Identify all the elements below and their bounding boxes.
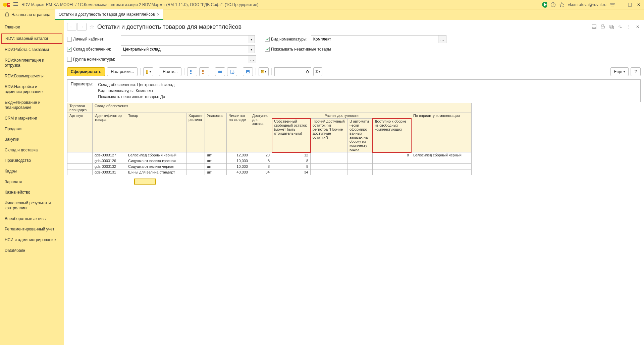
content-header: ← → ☆ Остатки и доступность товаров для …: [64, 20, 644, 33]
history-icon[interactable]: [550, 2, 556, 7]
close-window-icon[interactable]: ✕: [636, 2, 641, 7]
sidebar-item[interactable]: CRM и маркетинг: [0, 113, 64, 124]
table-row[interactable]: gds-0003126 Сидушка от велика красная шт…: [67, 158, 472, 164]
sidebar-item[interactable]: Внеоборотные активы: [0, 214, 64, 224]
settings-lines-icon[interactable]: [610, 2, 615, 7]
col-header: В автомати чески сформиро ванных заказах…: [347, 119, 373, 152]
dropdown-icon[interactable]: ▾: [248, 35, 255, 43]
sidebar-item[interactable]: НСИ и администрирование: [0, 235, 64, 246]
svg-rect-26: [219, 70, 221, 71]
vid-nom-checkbox[interactable]: [265, 37, 270, 42]
report-table[interactable]: Торговая площадка Склад обеспечения Арти…: [67, 103, 472, 175]
more-vert-icon[interactable]: ⋮: [626, 24, 632, 30]
separator: [140, 68, 141, 75]
svg-rect-25: [218, 71, 222, 73]
sidebar-item[interactable]: Склад и доставка: [0, 145, 64, 156]
generate-button[interactable]: Сформировать: [67, 67, 105, 76]
select-more-icon[interactable]: …: [248, 55, 256, 63]
sigma-button[interactable]: Σ▾: [313, 67, 322, 76]
col-header: Артикул: [67, 113, 93, 152]
sidebar-item[interactable]: RDV:Настройки и администрирование: [0, 82, 64, 97]
settings-button[interactable]: Настройки...: [107, 67, 138, 76]
show-inactive-label: Показывать неактивные товары: [271, 47, 331, 52]
email-button[interactable]: ▾: [259, 67, 269, 76]
svg-rect-19: [190, 70, 192, 71]
sidebar-item[interactable]: Бюджетирование и планирование: [0, 97, 64, 113]
selected-cell[interactable]: [134, 179, 156, 185]
sidebar-item[interactable]: DataMobile: [0, 246, 64, 256]
tabs-bar: Начальная страница Остатки и доступность…: [0, 9, 644, 20]
svg-rect-23: [202, 71, 204, 72]
save-button[interactable]: [243, 67, 253, 76]
link-header-icon[interactable]: [617, 24, 623, 30]
print-header-icon[interactable]: [600, 24, 606, 30]
menu-burger-icon[interactable]: [13, 2, 18, 7]
separator: [184, 68, 184, 75]
svg-rect-11: [628, 3, 632, 6]
paste-button[interactable]: ▾: [143, 67, 153, 76]
sidebar-item[interactable]: Главное: [0, 22, 64, 33]
print-button[interactable]: [215, 67, 225, 76]
group-input[interactable]: [121, 55, 248, 63]
sidebar-item[interactable]: RDV:Комплектация и отгрузка: [0, 55, 64, 71]
personal-cabinet-checkbox[interactable]: [67, 37, 72, 42]
svg-rect-24: [202, 73, 204, 74]
sidebar-item[interactable]: RDV:Товарный каталог: [1, 33, 62, 44]
params-values: Склад обеспечения: Центральный склад Вид…: [98, 82, 174, 100]
play-icon[interactable]: [542, 2, 547, 7]
tab-active[interactable]: Остатки и доступность товаров для маркет…: [55, 9, 163, 20]
numeric-input[interactable]: [274, 67, 311, 76]
sidebar-item[interactable]: RDV:Работа с заказами: [0, 45, 64, 55]
sidebar-item[interactable]: Казначейство: [0, 187, 64, 198]
group-label: Группа номенклатуры:: [73, 57, 115, 62]
save-header-icon[interactable]: [591, 24, 597, 30]
more-button[interactable]: Еще ▾: [610, 67, 629, 76]
tab-home[interactable]: Начальная страница: [0, 9, 55, 20]
help-button[interactable]: ?: [631, 67, 641, 76]
svg-rect-13: [593, 27, 595, 28]
content: ← → ☆ Остатки и доступность товаров для …: [64, 20, 644, 345]
select-more-icon[interactable]: …: [438, 35, 446, 43]
minimize-icon[interactable]: —: [619, 2, 624, 7]
report-area[interactable]: Параметры: Склад обеспечения: Центральны…: [64, 78, 644, 345]
tab-close-icon[interactable]: ×: [157, 12, 160, 17]
personal-cabinet-input[interactable]: [121, 35, 248, 43]
star-icon[interactable]: [559, 2, 565, 7]
separator: [212, 68, 212, 75]
close-content-icon[interactable]: ✕: [635, 24, 641, 30]
sidebar-item[interactable]: Продажи: [0, 124, 64, 135]
back-button[interactable]: ←: [67, 23, 76, 31]
sidebar-item[interactable]: Закупки: [0, 134, 64, 145]
print-preview-button[interactable]: [227, 67, 237, 76]
dropdown-icon[interactable]: ▾: [248, 45, 255, 53]
col-header: Доступно для заказа: [250, 113, 272, 152]
group-checkbox[interactable]: [67, 57, 72, 62]
sidebar-item[interactable]: Регламентированный учет: [0, 224, 64, 235]
col-header: Собственный свободный остаток (может быт…: [272, 119, 311, 152]
maximize-icon[interactable]: [627, 2, 633, 7]
sidebar-item[interactable]: Кадры: [0, 166, 64, 177]
sklad-label: Склад обеспечения:: [73, 47, 111, 52]
sklad-checkbox[interactable]: [67, 47, 72, 52]
vid-nom-input[interactable]: [311, 35, 438, 43]
params-block: Параметры: Склад обеспечения: Центральны…: [67, 79, 641, 102]
find-button[interactable]: Найти...: [159, 67, 181, 76]
table-row[interactable]: gds-0003132 Сидушка от велика черная шт …: [67, 164, 472, 169]
table-row[interactable]: gds-0003131 Шины для велика стандарт шт …: [67, 169, 472, 175]
sidebar-item[interactable]: Финансовый результат и контроллинг: [0, 198, 64, 214]
sklad-input[interactable]: [121, 45, 248, 53]
sidebar-item[interactable]: RDV:Взаиморасчеты: [0, 71, 64, 82]
favorite-star-icon[interactable]: ☆: [89, 23, 95, 30]
forward-button[interactable]: →: [77, 23, 87, 31]
show-inactive-checkbox[interactable]: [265, 47, 270, 52]
col-header: Прочий доступный остаток (из регистра "П…: [311, 119, 347, 152]
collapse-groups-button[interactable]: [199, 67, 209, 76]
table-row[interactable]: gds-0003127 Велосипед сборный черный шт …: [67, 152, 472, 158]
col-header: Торговая площадка: [67, 103, 93, 113]
sidebar-item[interactable]: Производство: [0, 155, 64, 166]
user-name[interactable]: vkomratova@rdv-it.ru: [568, 2, 606, 7]
svg-point-0: [3, 3, 7, 7]
expand-groups-button[interactable]: [187, 67, 197, 76]
copy-header-icon[interactable]: [608, 24, 614, 30]
sidebar-item[interactable]: Зарплата: [0, 177, 64, 188]
